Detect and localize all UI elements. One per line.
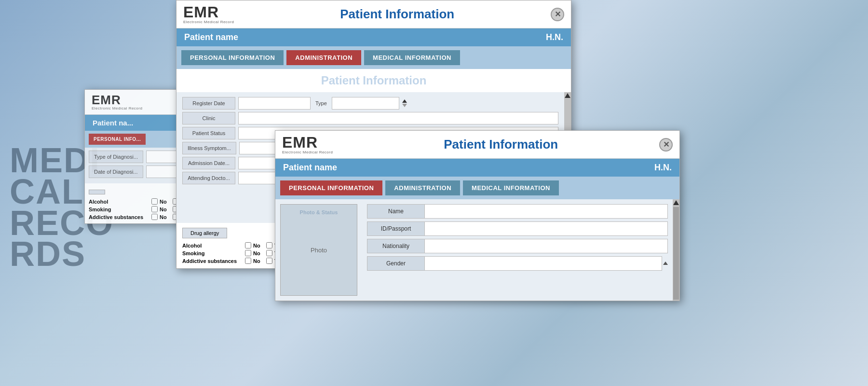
addictive-label-middle: Addictive substances: [182, 258, 245, 264]
alcohol-no-label-back: No: [160, 199, 167, 205]
nationality-label-front: Nationality: [367, 239, 425, 253]
scroll-up-front[interactable]: [673, 200, 679, 205]
addictive-yes-check-middle[interactable]: [266, 258, 272, 264]
personal-form-front: Photo & Status Photo Name ID/Passport Na…: [275, 199, 679, 301]
smoking-no-check-back[interactable]: [151, 206, 158, 212]
smoking-yes-check-middle[interactable]: [266, 250, 272, 256]
addictive-label-back: Addictive substances: [89, 214, 151, 220]
emr-logo-text-back: EMR: [92, 94, 121, 106]
nationality-field-row: Nationality: [367, 239, 668, 253]
header-front: EMR Electronic Medical Record Patient In…: [275, 131, 679, 159]
tab-personal-middle[interactable]: PERSONAL INFORMATION: [181, 50, 284, 65]
logo-front: EMR Electronic Medical Record: [282, 135, 333, 154]
photo-label-front: Photo: [311, 247, 327, 254]
name-field-row: Name: [367, 204, 668, 219]
smoking-no-check-middle[interactable]: [245, 250, 251, 256]
gender-arrows: [663, 262, 668, 266]
emr-logo-sub-front: Electronic Medical Record: [282, 150, 333, 154]
register-date-row: Register Date Type: [182, 97, 558, 110]
window-front: EMR Electronic Medical Record Patient In…: [275, 130, 680, 301]
emr-logo-text-middle: EMR: [183, 4, 219, 20]
alcohol-no-label-middle: No: [253, 243, 260, 248]
gender-up-arrow[interactable]: [663, 262, 668, 265]
addictive-no-group-middle: No: [245, 258, 260, 264]
smoking-label-back: Smoking: [89, 207, 151, 212]
scrollbar-front: [673, 199, 679, 301]
logo-back-left: EMR Electronic Medical Record: [92, 94, 142, 110]
tab-admin-middle[interactable]: ADMINISTRATION: [286, 50, 361, 65]
alcohol-no-check-middle[interactable]: [245, 242, 251, 248]
input-register-date[interactable]: [238, 97, 311, 110]
label-admission-date: Admission Date...: [182, 157, 235, 169]
alcohol-yes-check-middle[interactable]: [266, 242, 272, 248]
tab-personal-back[interactable]: PERSONAL INFO...: [89, 134, 146, 145]
hn-front: H.N.: [654, 163, 672, 173]
close-btn-middle[interactable]: ✕: [551, 8, 564, 21]
patient-bar-middle: Patient name H.N.: [176, 28, 571, 46]
header-middle: EMR Electronic Medical Record Patient In…: [176, 0, 571, 28]
gender-input-front[interactable]: [425, 256, 662, 271]
emr-logo-text-front: EMR: [282, 135, 318, 150]
label-illness-symptom: Illness Symptom...: [182, 142, 236, 154]
tab-admin-front[interactable]: ADMINISTRATION: [385, 180, 460, 195]
alcohol-label-back: Alcohol: [89, 199, 151, 205]
alcohol-label-middle: Alcohol: [182, 243, 245, 248]
addictive-no-check-middle[interactable]: [245, 258, 251, 264]
emr-logo-sub-back: Electronic Medical Record: [92, 106, 142, 110]
smoking-no-group-middle: No: [245, 250, 260, 256]
id-passport-label-front: ID/Passport: [367, 221, 425, 236]
tab-bar-front: PERSONAL INFORMATION ADMINISTRATION MEDI…: [275, 177, 679, 199]
tab-medical-front[interactable]: MEDICAL INFORMATION: [463, 180, 559, 195]
label-clinic: Clinic: [182, 112, 235, 124]
drug-allergy-btn-middle[interactable]: Drug allergy: [182, 228, 227, 238]
id-passport-input-front[interactable]: [425, 221, 668, 236]
photo-section: Photo & Status Photo: [280, 204, 357, 296]
input-type[interactable]: [332, 97, 399, 110]
title-middle: Patient Information: [244, 7, 551, 22]
smoking-no-label-back: No: [160, 207, 167, 212]
clinic-row: Clinic: [182, 112, 558, 124]
type-arrows: [402, 99, 408, 107]
gender-field-row: Gender: [367, 256, 668, 271]
drug-allergy-btn-back[interactable]: [89, 190, 105, 194]
alcohol-no-group-middle: No: [245, 242, 260, 248]
patient-bar-front: Patient name H.N.: [275, 159, 679, 177]
addictive-no-label-back: No: [160, 214, 167, 220]
type-label: Type: [315, 100, 327, 106]
nationality-input-front[interactable]: [425, 239, 668, 253]
id-passport-field-row: ID/Passport: [367, 221, 668, 236]
logo-middle: EMR Electronic Medical Record: [183, 4, 234, 24]
emr-logo-sub-middle: Electronic Medical Record: [183, 20, 234, 24]
type-up-arrow[interactable]: [402, 99, 407, 103]
addictive-no-group-back: No: [151, 214, 167, 220]
label-type-diag: Type of Diagnosi...: [89, 151, 143, 163]
gender-label-front: Gender: [367, 256, 425, 271]
patient-name-front: Patient name: [283, 163, 654, 173]
patient-name-middle: Patient name: [184, 32, 546, 42]
name-input-front[interactable]: [425, 204, 668, 219]
hn-middle: H.N.: [546, 32, 563, 42]
smoking-no-label-middle: No: [253, 250, 260, 256]
fields-panel-front: Name ID/Passport Nationality Gender: [367, 204, 668, 296]
scroll-up-middle[interactable]: [565, 93, 570, 98]
smoking-no-group-back: No: [151, 206, 167, 212]
ghost-title-middle: Patient Information: [176, 69, 571, 92]
label-attending-doctor: Attending Docto...: [182, 172, 235, 184]
photo-ghost-text: Photo & Status: [281, 209, 357, 215]
type-down-arrow[interactable]: [402, 104, 407, 107]
alcohol-no-check-back[interactable]: [151, 198, 158, 205]
label-register-date: Register Date: [182, 97, 235, 110]
input-clinic[interactable]: [238, 112, 558, 124]
addictive-no-label-middle: No: [253, 258, 260, 264]
tab-bar-middle: PERSONAL INFORMATION ADMINISTRATION MEDI…: [176, 46, 571, 69]
alcohol-no-group-back: No: [151, 198, 167, 205]
close-btn-front[interactable]: ✕: [659, 138, 673, 152]
smoking-label-middle: Smoking: [182, 250, 245, 256]
label-date-diag: Date of Diagnosi...: [89, 165, 143, 178]
addictive-no-check-back[interactable]: [151, 214, 158, 220]
name-label-front: Name: [367, 204, 425, 219]
label-patient-status: Patient Status: [182, 127, 235, 139]
tab-medical-middle[interactable]: MEDICAL INFORMATION: [364, 50, 460, 65]
tab-personal-front[interactable]: PERSONAL INFORMATION: [280, 180, 382, 195]
photo-box-front: Photo & Status Photo: [280, 204, 357, 296]
